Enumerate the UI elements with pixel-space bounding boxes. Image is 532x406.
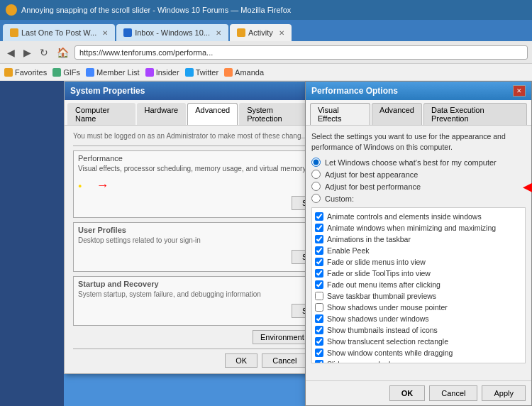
- checkbox-13[interactable]: [315, 360, 323, 363]
- checkbox-4[interactable]: [315, 258, 323, 266]
- tab-favicon-3: [237, 28, 245, 37]
- checkbox-label-4: Fade or slide menus into view: [327, 258, 426, 266]
- home-button[interactable]: 🏠: [54, 45, 72, 60]
- checkbox-item-4: Fade or slide menus into view: [315, 256, 522, 268]
- tab-last-one[interactable]: Last One To Post W... ✕: [3, 24, 115, 41]
- checkbox-1[interactable]: [315, 224, 323, 232]
- radio-windows-best[interactable]: [311, 158, 321, 167]
- radio-best-appearance[interactable]: [311, 170, 321, 179]
- address-bar[interactable]: [74, 45, 528, 60]
- checkbox-label-6: Fade out menu items after clicking: [327, 280, 440, 289]
- radio-label-2: Adjust for best appearance: [325, 170, 418, 179]
- perf-dialog-title: Performance Options: [311, 86, 398, 96]
- tab-label-2: Inbox - Windows 10...: [135, 28, 210, 37]
- perf-close-button[interactable]: ✕: [513, 85, 526, 97]
- tab-computer-name[interactable]: Computer Name: [67, 103, 135, 125]
- tab-advanced[interactable]: Advanced: [187, 103, 238, 125]
- tab-close-3[interactable]: ✕: [279, 29, 284, 37]
- checkbox-label-5: Fade or slide ToolTips into view: [327, 269, 431, 278]
- bookmarks-bar: Favorites GIFs Member List Insider Twitt…: [0, 64, 532, 81]
- checkbox-label-13: Slide open combo boxes: [327, 360, 409, 363]
- perf-ok-button[interactable]: OK: [389, 385, 426, 401]
- forward-button[interactable]: ▶: [21, 45, 34, 60]
- radio-custom[interactable]: [311, 194, 321, 203]
- page-content: window, and the scroll slider. the dista…: [64, 81, 532, 406]
- perf-dialog-desc: Select the settings you want to use for …: [311, 131, 526, 152]
- browser-favicon: [6, 4, 17, 16]
- checkbox-7[interactable]: [315, 292, 323, 300]
- checkbox-item-13: Slide open combo boxes: [315, 358, 522, 363]
- checkbox-10[interactable]: [315, 326, 323, 334]
- checkbox-label-0: Animate controls and elements inside win…: [327, 212, 482, 221]
- perf-cancel-button[interactable]: Cancel: [429, 385, 477, 401]
- radio-label-4: Custom:: [325, 194, 354, 203]
- checkbox-9[interactable]: [315, 314, 323, 323]
- sys-props-ok-button[interactable]: OK: [225, 353, 257, 368]
- perf-dialog-footer: OK Cancel Apply: [306, 380, 531, 405]
- checkbox-label-10: Show thumbnails instead of icons: [327, 326, 438, 334]
- tab-close-2[interactable]: ✕: [216, 29, 221, 37]
- sys-props-cancel-button[interactable]: Cancel: [262, 353, 307, 368]
- radio-item-2: Adjust for best appearance: [311, 170, 526, 179]
- tab-activity[interactable]: Activity ✕: [230, 24, 292, 41]
- checkbox-2[interactable]: [315, 235, 323, 243]
- perf-window-controls: ✕: [513, 85, 526, 97]
- checkbox-item-12: Show window contents while dragging: [315, 347, 522, 358]
- checkbox-item-0: Animate controls and elements inside win…: [315, 211, 522, 222]
- perf-dialog-titlebar: Performance Options ✕: [306, 82, 531, 100]
- checkbox-8[interactable]: [315, 303, 323, 312]
- radio-best-performance[interactable]: [311, 182, 321, 191]
- sys-props-title: System Properties: [70, 86, 145, 96]
- perf-tab-advanced[interactable]: Advanced: [372, 103, 422, 125]
- checkbox-6[interactable]: [315, 280, 323, 289]
- radio-item-1: Let Windows choose what's best for my co…: [311, 158, 526, 167]
- bookmark-amanda[interactable]: Amanda: [224, 68, 264, 77]
- bookmark-memberlist[interactable]: Member List: [86, 68, 140, 77]
- checkbox-label-12: Show window contents while dragging: [327, 349, 453, 357]
- checkbox-item-8: Show shadows under mouse pointer: [315, 302, 522, 313]
- checkbox-item-3: Enable Peek: [315, 245, 522, 256]
- checkbox-3[interactable]: [315, 246, 323, 255]
- tab-favicon-2: [123, 28, 132, 37]
- tab-inbox[interactable]: Inbox - Windows 10... ✕: [116, 24, 228, 41]
- checkbox-item-6: Fade out menu items after clicking: [315, 279, 522, 290]
- tab-favicon-1: [10, 28, 18, 37]
- checkbox-label-2: Animations in the taskbar: [327, 235, 411, 243]
- bookmark-twitter[interactable]: Twitter: [185, 68, 218, 77]
- checkbox-5[interactable]: [315, 269, 323, 278]
- checkbox-11[interactable]: [315, 337, 323, 346]
- checkbox-item-9: Show shadows under windows: [315, 313, 522, 324]
- perf-tab-visual-effects[interactable]: Visual Effects: [310, 103, 370, 125]
- browser-title: Annoying snapping of the scroll slider -…: [21, 6, 291, 14]
- tab-hardware[interactable]: Hardware: [137, 103, 187, 125]
- checkbox-item-11: Show translucent selection rectangle: [315, 336, 522, 347]
- perf-tab-dep[interactable]: Data Execution Prevention: [423, 103, 527, 125]
- checkbox-item-7: Save taskbar thumbnail previews: [315, 290, 522, 302]
- performance-options-dialog: Performance Options ✕ Visual Effects Adv…: [305, 81, 532, 406]
- radio-label-3: Adjust for best performance: [325, 182, 421, 191]
- checkbox-label-3: Enable Peek: [327, 246, 370, 255]
- radio-label-1: Let Windows choose what's best for my co…: [325, 158, 497, 167]
- reload-button[interactable]: ↻: [37, 45, 51, 60]
- tab-system-protection[interactable]: System Protection: [239, 103, 312, 125]
- bookmark-gifs[interactable]: GIFs: [52, 68, 80, 77]
- checkbox-item-10: Show thumbnails instead of icons: [315, 324, 522, 336]
- checkbox-label-9: Show shadows under windows: [327, 314, 429, 323]
- perf-dialog-tabs: Visual Effects Advanced Data Execution P…: [306, 100, 531, 126]
- tab-label-1: Last One To Post W...: [21, 28, 96, 37]
- checkbox-item-2: Animations in the taskbar: [315, 234, 522, 245]
- perf-apply-button[interactable]: Apply: [482, 385, 526, 401]
- perf-checkbox-list[interactable]: Animate controls and elements inside win…: [311, 207, 526, 363]
- back-button[interactable]: ◀: [4, 45, 18, 60]
- bookmark-favorites[interactable]: Favorites: [4, 68, 47, 77]
- bookmark-insider[interactable]: Insider: [145, 68, 179, 77]
- checkbox-12[interactable]: [315, 349, 323, 357]
- checkbox-item-1: Animate windows when minimizing and maxi…: [315, 222, 522, 234]
- arrow-annotation-2: ◀: [523, 179, 532, 194]
- checkbox-label-8: Show shadows under mouse pointer: [327, 303, 448, 312]
- main-content-area: window, and the scroll slider. the dista…: [0, 81, 532, 406]
- browser-sidebar: [0, 81, 64, 406]
- tab-close-1[interactable]: ✕: [102, 29, 108, 37]
- browser-tabs-bar: Last One To Post W... ✕ Inbox - Windows …: [0, 20, 532, 41]
- checkbox-0[interactable]: [315, 212, 323, 221]
